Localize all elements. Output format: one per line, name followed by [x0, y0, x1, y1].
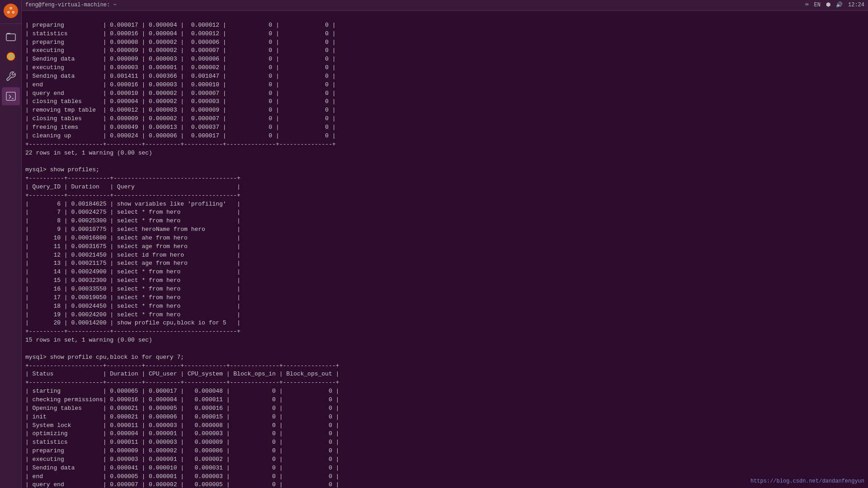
topbar: feng@feng-virtual-machine: ~ ⌨ EN ⬢ 🔊 12… [22, 0, 868, 11]
firefox-icon[interactable] [2, 47, 20, 66]
terminal-output: | preparing | 0.000017 | 0.000004 | 0.00… [25, 21, 864, 488]
terminal-area[interactable]: | preparing | 0.000017 | 0.000004 | 0.00… [22, 11, 868, 488]
svg-rect-8 [6, 34, 15, 41]
tools-icon[interactable] [2, 67, 20, 85]
keyboard-icon: ⌨ [805, 1, 808, 9]
terminal-icon[interactable] [2, 87, 20, 105]
ubuntu-logo-icon[interactable] [2, 2, 20, 20]
volume-icon: 🔊 [836, 1, 843, 9]
clock: 12:24 [848, 1, 864, 9]
window-title: feng@feng-virtual-machine: ~ [25, 1, 117, 9]
link: https://blog.csdn.net/dandanfengyun [750, 478, 864, 485]
svg-point-6 [8, 12, 9, 13]
bluetooth-icon: ⬢ [826, 1, 830, 9]
svg-point-5 [13, 12, 14, 13]
svg-point-4 [10, 8, 11, 9]
topbar-right: ⌨ EN ⬢ 🔊 12:24 [805, 1, 864, 9]
language-indicator: EN [814, 1, 821, 9]
sidebar [0, 0, 22, 488]
files-icon[interactable] [2, 28, 20, 46]
svg-point-11 [9, 55, 12, 58]
